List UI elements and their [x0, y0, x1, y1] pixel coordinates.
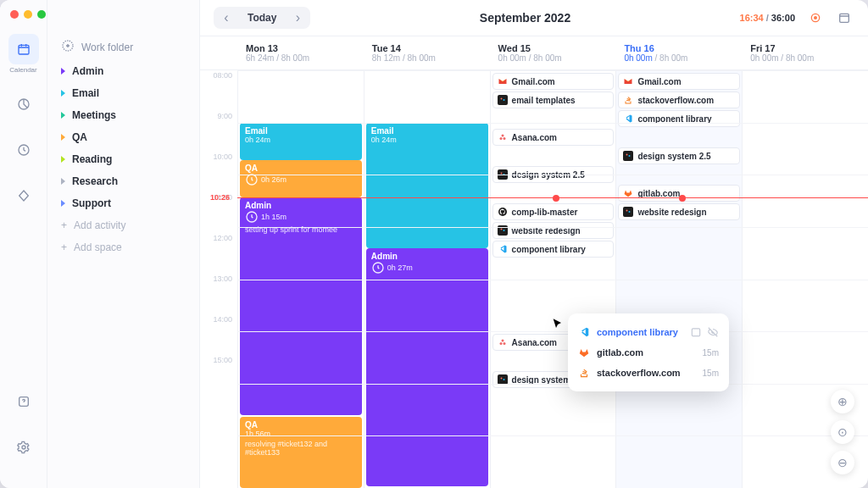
calendar-small-icon[interactable] [690, 326, 702, 338]
hour-label: 14:00 [200, 314, 232, 355]
day-columns: 10:26 Email 0h 24m QA 0h 26m Admin 1h 15… [237, 70, 868, 488]
day-header-col[interactable]: Tue 14 8h 12m / 8h 00m [364, 36, 490, 69]
sidebar-item-research[interactable]: Research [54, 170, 192, 192]
activity-chip[interactable]: Gmail.com [492, 73, 615, 90]
block-title: Email [371, 126, 483, 136]
day-header: Mon 13 6h 24m / 8h 00m Tue 14 8h 12m / 8… [200, 36, 868, 70]
eye-off-icon[interactable] [707, 326, 719, 338]
activity-chip[interactable]: component library [618, 110, 740, 127]
now-dot [679, 195, 686, 202]
popover-row[interactable]: stackoverflow.com 15m [578, 363, 719, 383]
sidebar-item-reading[interactable]: Reading [54, 148, 192, 170]
settings-tab[interactable] [8, 432, 39, 463]
day-header-col[interactable]: Fri 17 0h 00m / 8h 00m [742, 36, 868, 69]
activity-block[interactable]: Admin 1h 15m setting up sprint for momee [240, 197, 362, 414]
activity-chip[interactable]: Asana.com [492, 129, 615, 146]
block-sub: 0h 24m [245, 136, 357, 144]
sidebar-item-email[interactable]: Email [54, 82, 192, 104]
next-button[interactable]: › [285, 7, 310, 29]
svg-point-19 [500, 173, 502, 175]
activity-chip[interactable]: stackoverflow.com [618, 92, 740, 108]
chip-label: stackoverflow.com [637, 96, 714, 105]
gmail-icon [623, 76, 633, 86]
maximize-window[interactable] [37, 10, 46, 19]
day-header-col[interactable]: Mon 13 6h 24m / 8h 00m [237, 36, 364, 69]
calendar-grid: 08:009:0010:0011:0012:0013:0014:0015:00 … [200, 70, 868, 488]
figma-icon [623, 207, 633, 217]
sidebar-item-qa[interactable]: QA [54, 126, 192, 148]
svg-point-29 [500, 378, 502, 380]
popover-row-label: stackoverflow.com [597, 368, 696, 378]
day-sub: 0h 00m / 8h 00m [624, 53, 733, 63]
prev-button[interactable]: ‹ [214, 7, 239, 29]
plus-icon: + [61, 219, 67, 231]
chip-label: gitlab.com [637, 189, 680, 198]
pie-tab[interactable] [8, 89, 39, 119]
popover-header[interactable]: component library [578, 322, 719, 342]
close-window[interactable] [10, 10, 19, 19]
topbar: ‹ Today › September 2022 16:34 / 36:00 [200, 0, 868, 36]
day-sub: 0h 00m / 8h 00m [498, 53, 608, 63]
sidebar: Work folder Admin Email Meetings QA Read… [47, 0, 200, 488]
today-button[interactable]: Today [239, 12, 285, 24]
block-title: Admin [371, 252, 483, 261]
chip-label: email templates [512, 96, 576, 105]
zoom-reset-button[interactable]: ⊙ [831, 420, 854, 444]
time-indicator: 16:34 / 36:00 [740, 13, 795, 23]
main: ‹ Today › September 2022 16:34 / 36:00 M… [200, 0, 868, 488]
activity-block[interactable]: QA 0h 26m [240, 160, 362, 197]
activity-chip[interactable]: website redesign [618, 203, 740, 220]
day-header-col[interactable]: Wed 15 0h 00m / 8h 00m [490, 36, 616, 69]
activity-chip[interactable]: design system 2.5 [618, 147, 740, 164]
window-controls [10, 10, 46, 19]
activity-chip[interactable]: comp-lib-master [492, 203, 615, 220]
day-header-col[interactable]: Thu 16 0h 00m / 8h 00m [615, 36, 742, 69]
now-line: 10:26 [237, 197, 868, 198]
svg-rect-34 [623, 207, 633, 217]
zoom-in-button[interactable]: ⊕ [831, 390, 854, 413]
day-name: Tue 14 [372, 43, 481, 53]
svg-point-36 [629, 211, 631, 213]
activity-chip[interactable]: component library [492, 241, 615, 258]
calendar-tab[interactable] [8, 34, 39, 64]
clock-tab[interactable] [8, 135, 39, 165]
chip-label: component library [512, 245, 586, 254]
help-tab[interactable] [8, 386, 39, 417]
day-sub: 6h 24m / 8h 00m [246, 53, 355, 63]
popover-row-label: gitlab.com [597, 347, 696, 358]
vscode-icon [498, 244, 508, 254]
activity-block[interactable]: QA 1h 56m resolving #ticket132 and #tick… [240, 417, 362, 488]
svg-rect-12 [498, 95, 508, 105]
activity-block[interactable]: Admin 0h 27m [366, 248, 488, 486]
hour-label: 15:00 [200, 355, 232, 396]
add-activity[interactable]: + Add activity [54, 214, 192, 236]
popover-row[interactable]: gitlab.com 15m [578, 342, 719, 363]
svg-rect-8 [840, 14, 849, 22]
workfolder-header[interactable]: Work folder [54, 34, 192, 60]
activity-chip[interactable]: email templates [492, 92, 615, 108]
triangle-icon [61, 134, 65, 141]
chip-label: website redesign [637, 208, 706, 217]
zoom-out-button[interactable]: ⊖ [831, 451, 854, 474]
vscode-icon [578, 326, 590, 338]
activity-chip[interactable]: Gmail.com [618, 73, 740, 90]
activity-chip[interactable]: website redesign [492, 222, 615, 239]
day-sub: 0h 00m / 8h 00m [750, 53, 860, 63]
focus-icon[interactable] [805, 8, 826, 28]
chip-label: Asana.com [512, 338, 557, 347]
activity-popover: component library gitlab.com 15m stackov… [568, 313, 729, 391]
sidebar-item-admin[interactable]: Admin [54, 60, 192, 82]
sidebar-item-meetings[interactable]: Meetings [54, 104, 192, 126]
svg-point-14 [503, 99, 504, 101]
activity-block[interactable]: Email 0h 24m [366, 123, 488, 248]
calendar-picker-icon[interactable] [834, 8, 854, 28]
add-space[interactable]: + Add space [54, 236, 192, 258]
diamond-tab[interactable] [8, 180, 39, 211]
chip-label: Asana.com [512, 133, 557, 142]
sidebar-item-label: Support [72, 197, 111, 209]
zoom-controls: ⊕ ⊙ ⊖ [831, 390, 854, 474]
sidebar-item-support[interactable]: Support [54, 192, 192, 214]
minimize-window[interactable] [24, 10, 32, 19]
activity-block[interactable]: Email 0h 24m [240, 123, 362, 160]
asana-icon [498, 337, 508, 347]
